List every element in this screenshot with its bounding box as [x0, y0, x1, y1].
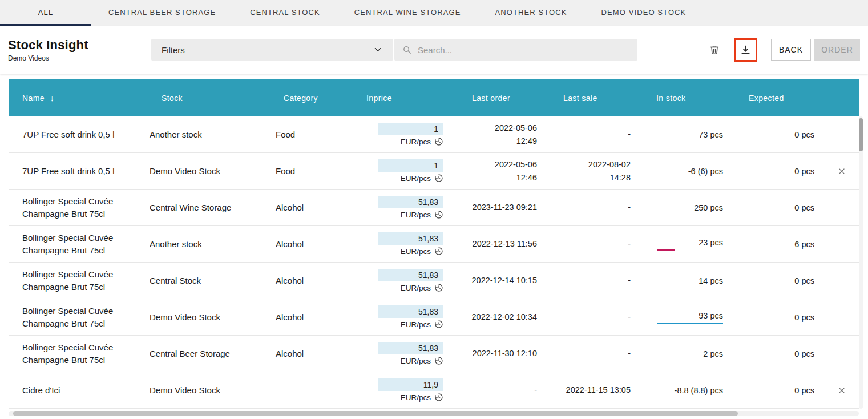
- cell-category: Food: [271, 166, 357, 176]
- cell-last-sale: -: [551, 274, 645, 287]
- table-row[interactable]: Bollinger Special Cuvée Champagne Brut 7…: [9, 299, 859, 336]
- cell-last-order: 2023-11-23 09:21: [454, 201, 551, 213]
- cell-expected: 0 pcs: [736, 130, 825, 139]
- column-header-stock[interactable]: Stock: [146, 94, 271, 103]
- column-label: Stock: [162, 94, 183, 103]
- filters-label: Filters: [162, 45, 185, 55]
- table-row[interactable]: 7UP Free soft drink 0,5 lDemo Video Stoc…: [9, 153, 859, 190]
- history-icon[interactable]: [434, 356, 443, 365]
- tab-demo-video-stock[interactable]: DEMO VIDEO STOCK: [584, 0, 704, 26]
- vertical-scrollbar-thumb[interactable]: [859, 118, 863, 151]
- cell-stock: Demo Video Stock: [146, 312, 271, 322]
- table-row[interactable]: Bollinger Special Cuvée Champagne Brut 7…: [9, 263, 859, 299]
- column-header-expected[interactable]: Expected: [736, 94, 825, 103]
- inprice-unit-line: EUR/pcs: [401, 210, 443, 219]
- cell-last-order: 2022-05-06 12:46: [454, 158, 551, 184]
- inprice-value: 51,83: [378, 232, 443, 245]
- cell-stock: Demo Video Stock: [146, 166, 271, 176]
- tab-central-beer-storage[interactable]: CENTRAL BEER STORAGE: [91, 0, 233, 26]
- column-header-last-sale[interactable]: Last sale: [551, 94, 645, 103]
- trash-icon: [709, 44, 720, 56]
- cell-expected: 0 pcs: [736, 276, 825, 285]
- in-stock-value: 250 pcs: [694, 203, 723, 212]
- in-stock-value: 93 pcs: [699, 311, 723, 320]
- table-row[interactable]: Cidre d'IciDemo Video Stock11,9EUR/pcs-2…: [9, 372, 859, 409]
- column-header-in-stock[interactable]: In stock: [645, 94, 736, 103]
- in-stock-value: 14 pcs: [699, 276, 723, 285]
- tab-all[interactable]: ALL: [0, 0, 91, 26]
- table-row[interactable]: Bollinger Special Cuvée Champagne Brut 7…: [9, 336, 859, 372]
- cell-in-stock: 23 pcs: [645, 238, 736, 251]
- history-icon[interactable]: [434, 210, 443, 219]
- close-icon[interactable]: [837, 167, 846, 176]
- cell-last-sale: -: [551, 347, 645, 360]
- cell-in-stock: 2 pcs: [645, 349, 736, 358]
- history-icon[interactable]: [434, 320, 443, 329]
- cell-last-order: 2022-12-14 10:15: [454, 274, 551, 287]
- inprice-unit: EUR/pcs: [401, 393, 431, 402]
- cell-expected: 0 pcs: [736, 386, 825, 395]
- history-icon[interactable]: [434, 283, 443, 292]
- cell-inprice: 51,83EUR/pcs: [357, 196, 454, 219]
- cell-last-sale: 2022-11-15 13:05: [551, 384, 645, 396]
- chevron-down-icon: [373, 45, 383, 55]
- close-icon[interactable]: [837, 386, 846, 395]
- cell-name: Bollinger Special Cuvée Champagne Brut 7…: [9, 305, 146, 330]
- inprice-unit-line: EUR/pcs: [401, 320, 443, 329]
- history-icon[interactable]: [434, 137, 443, 146]
- column-header-last-order[interactable]: Last order: [454, 94, 551, 103]
- cell-name: 7UP Free soft drink 0,5 l: [9, 128, 146, 141]
- history-icon[interactable]: [434, 174, 443, 183]
- column-label: Last sale: [563, 94, 597, 103]
- download-button[interactable]: [734, 38, 757, 62]
- inprice-unit: EUR/pcs: [401, 174, 431, 183]
- inprice-value: 11,9: [378, 378, 443, 391]
- table-row[interactable]: 7UP Free soft drink 0,5 lAnother stockFo…: [9, 116, 859, 153]
- sort-desc-icon[interactable]: ↓: [50, 93, 54, 103]
- cell-name: Bollinger Special Cuvée Champagne Brut 7…: [9, 268, 146, 293]
- cell-last-sale: -: [551, 311, 645, 323]
- inprice-value: 1: [378, 159, 443, 172]
- title-block: Stock Insight Demo Videos: [8, 38, 151, 62]
- column-label: Expected: [749, 94, 784, 103]
- column-header-inprice[interactable]: Inprice: [357, 94, 454, 103]
- cell-expected: 0 pcs: [736, 167, 825, 176]
- search-input[interactable]: [418, 45, 629, 55]
- horizontal-scrollbar-thumb[interactable]: [13, 411, 738, 416]
- table-row[interactable]: Bollinger Special Cuvée Champagne Brut 7…: [9, 190, 859, 226]
- cell-stock: Central Beer Storage: [146, 349, 271, 358]
- tab-central-stock[interactable]: CENTRAL STOCK: [233, 0, 337, 26]
- column-label: Category: [284, 94, 318, 103]
- column-label: Inprice: [366, 94, 392, 103]
- cell-name: 7UP Free soft drink 0,5 l: [9, 165, 146, 178]
- tab-another-stock[interactable]: ANOTHER STOCK: [478, 0, 584, 26]
- cell-expected: 0 pcs: [736, 349, 825, 358]
- tab-bar: ALLCENTRAL BEER STORAGECENTRAL STOCKCENT…: [0, 0, 868, 26]
- inprice-value: 51,83: [378, 196, 443, 208]
- vertical-scrollbar[interactable]: [859, 116, 863, 409]
- inprice-unit: EUR/pcs: [401, 138, 431, 146]
- stock-table: Name↓StockCategoryInpriceLast orderLast …: [9, 79, 859, 409]
- column-header-name[interactable]: Name↓: [9, 93, 146, 103]
- cell-inprice: 51,83EUR/pcs: [357, 269, 454, 292]
- filters-dropdown[interactable]: Filters: [151, 39, 393, 61]
- in-stock-value: 2 pcs: [703, 349, 723, 358]
- horizontal-scrollbar[interactable]: [9, 411, 859, 416]
- cell-inprice: 51,83EUR/pcs: [357, 232, 454, 256]
- history-icon[interactable]: [434, 247, 443, 256]
- table-row[interactable]: Bollinger Special Cuvée Champagne Brut 7…: [9, 226, 859, 263]
- history-icon[interactable]: [434, 393, 443, 402]
- delete-button[interactable]: [709, 44, 720, 56]
- tab-central-wine-storage[interactable]: CENTRAL WINE STORAGE: [337, 0, 478, 26]
- cell-last-sale: 2022-08-02 14:28: [551, 158, 645, 184]
- cell-expected: 0 pcs: [736, 203, 825, 212]
- cell-last-order: 2022-12-13 11:56: [454, 237, 551, 250]
- column-header-category[interactable]: Category: [271, 94, 357, 103]
- inprice-unit-line: EUR/pcs: [401, 283, 443, 292]
- cell-category: Alcohol: [271, 276, 357, 285]
- cell-stock: Another stock: [146, 239, 271, 249]
- cell-name: Bollinger Special Cuvée Champagne Brut 7…: [9, 341, 146, 366]
- in-stock-value: 23 pcs: [699, 238, 723, 247]
- back-button[interactable]: BACK: [771, 39, 811, 61]
- cell-last-order: 2022-12-02 10:34: [454, 311, 551, 323]
